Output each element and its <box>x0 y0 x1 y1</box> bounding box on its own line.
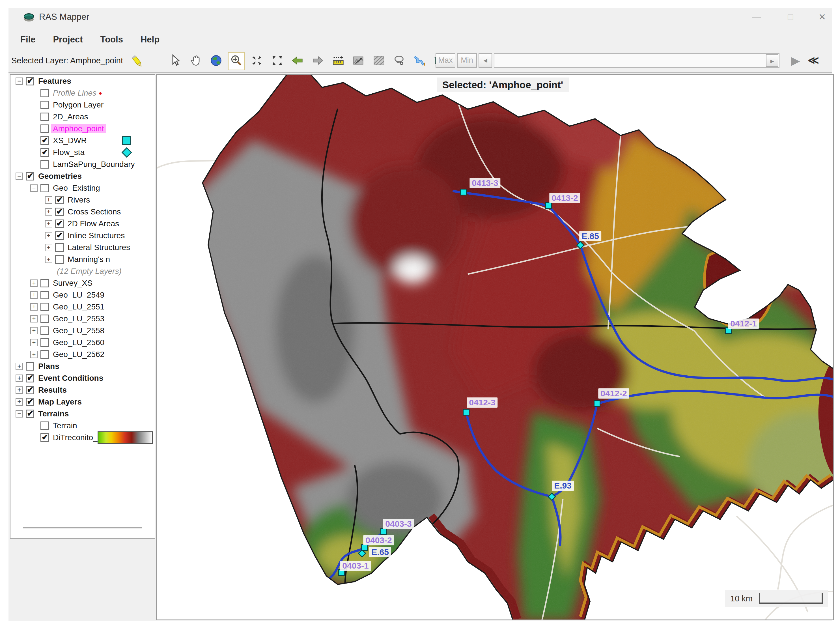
zoom-in-tool-button[interactable] <box>228 52 245 70</box>
checkbox-unchecked[interactable] <box>41 421 49 430</box>
tree-item-rivers[interactable]: +Rivers <box>11 194 155 206</box>
zoom-full-tool-button[interactable] <box>269 52 286 70</box>
tree-item-flow-sta[interactable]: Flow_sta <box>11 147 155 158</box>
expand-icon[interactable]: + <box>16 374 23 382</box>
checkbox-unchecked[interactable] <box>41 124 49 133</box>
tree-item-profile-lines[interactable]: Profile Lines● <box>11 87 155 99</box>
animation-step-back-button[interactable]: ◂ <box>479 53 492 68</box>
tree-item-map-layers[interactable]: +Map Layers <box>11 396 155 408</box>
xs-station-marker-0412-3[interactable] <box>463 409 469 416</box>
checkbox-checked[interactable] <box>41 148 49 157</box>
prev-extent-tool-button[interactable] <box>289 52 306 70</box>
tree-item-terrain[interactable]: Terrain <box>11 420 155 432</box>
tree-item--12-empty-layers-[interactable]: (12 Empty Layers) <box>11 265 155 277</box>
expand-icon[interactable]: + <box>16 398 23 405</box>
checkbox-checked[interactable] <box>41 434 49 442</box>
tree-item-geo-lu-2549[interactable]: +Geo_LU_2549 <box>11 289 155 301</box>
menu-project[interactable]: Project <box>46 32 89 49</box>
flow-station-marker-E.93[interactable] <box>547 493 556 501</box>
expand-icon[interactable]: + <box>45 220 52 227</box>
tree-item-polygon-layer[interactable]: Polygon Layer <box>11 99 155 111</box>
min-button[interactable]: Min <box>457 53 477 68</box>
animation-slider-thumb[interactable]: ▸ <box>766 54 778 67</box>
tree-item-lamsapung-boundary[interactable]: LamSaPung_Boundary <box>11 158 155 170</box>
animation-slider-track[interactable]: ▸ <box>494 53 779 68</box>
menu-tools[interactable]: Tools <box>94 32 130 49</box>
checkbox-checked[interactable] <box>55 208 64 216</box>
checkbox-checked[interactable] <box>55 232 64 240</box>
checkbox-unchecked[interactable] <box>41 101 49 109</box>
checkbox-checked[interactable] <box>26 410 34 418</box>
plot-terrain-tool-button[interactable] <box>350 52 367 70</box>
checkbox-checked[interactable] <box>26 374 34 382</box>
checkbox-unchecked[interactable] <box>41 113 49 121</box>
checkbox-unchecked[interactable] <box>41 326 49 335</box>
tree-item-lateral-structures[interactable]: +Lateral Structures <box>11 242 155 254</box>
checkbox-unchecked[interactable] <box>41 303 49 311</box>
panel-splitter[interactable] <box>23 527 142 528</box>
maximize-button[interactable]: □ <box>781 10 800 24</box>
checkbox-checked[interactable] <box>55 196 64 204</box>
checkbox-unchecked[interactable] <box>26 362 34 371</box>
expand-icon[interactable]: + <box>30 327 38 334</box>
tree-item-survey-xs[interactable]: +Survey_XS <box>11 277 155 289</box>
expand-icon[interactable]: + <box>16 363 23 370</box>
expand-icon[interactable]: + <box>30 339 38 346</box>
tree-item-xs-dwr[interactable]: XS_DWR <box>11 135 155 147</box>
tree-item-plans[interactable]: +Plans <box>11 360 155 372</box>
checkbox-unchecked[interactable] <box>55 243 64 252</box>
tree-item-event-conditions[interactable]: +Event Conditions <box>11 372 155 384</box>
checkbox-checked[interactable] <box>26 398 34 406</box>
checkbox-unchecked[interactable] <box>41 291 49 299</box>
tree-item-geo-existing[interactable]: −Geo_Existing <box>11 182 155 194</box>
expand-icon[interactable]: + <box>30 291 38 299</box>
checkbox-checked[interactable] <box>26 386 34 394</box>
expand-icon[interactable]: + <box>30 280 38 287</box>
checkbox-unchecked[interactable] <box>41 279 49 287</box>
tree-item-ditreconito-jr-i[interactable]: DiTreconito_Jr|i <box>11 432 155 444</box>
expand-icon[interactable]: + <box>45 232 52 239</box>
tree-item-geo-lu-2558[interactable]: +Geo_LU_2558 <box>11 325 155 336</box>
play-button[interactable]: ▶ <box>788 53 803 68</box>
tree-item-cross-sections[interactable]: +Cross Sections <box>11 206 155 218</box>
expand-icon[interactable]: + <box>45 256 52 263</box>
select-tool-button[interactable] <box>167 52 184 70</box>
tree-item-geo-lu-2553[interactable]: +Geo_LU_2553 <box>11 313 155 325</box>
expand-icon[interactable]: + <box>16 387 23 394</box>
checkbox-unchecked[interactable] <box>41 338 49 347</box>
max-button[interactable]: Max <box>436 53 455 68</box>
tree-item-geo-lu-2562[interactable]: +Geo_LU_2562 <box>11 349 155 360</box>
xs-station-marker-0413-2[interactable] <box>545 202 552 209</box>
expand-icon[interactable]: + <box>45 196 52 203</box>
tree-item-terrains[interactable]: −Terrains <box>11 408 155 420</box>
xs-station-marker-0412-2[interactable] <box>594 400 601 407</box>
tree-item-amphoe-point[interactable]: Amphoe_point <box>11 123 155 135</box>
menu-help[interactable]: Help <box>134 32 166 49</box>
collapse-icon[interactable]: − <box>16 78 23 85</box>
expand-icon[interactable]: + <box>30 351 38 358</box>
next-extent-tool-button[interactable] <box>310 52 326 70</box>
map-view[interactable]: Selected: 'Amphoe_point' 10 km 0413-3041… <box>156 74 834 620</box>
xs-station-marker-0413-3[interactable] <box>460 189 467 196</box>
expand-icon[interactable]: + <box>45 208 52 216</box>
checkbox-unchecked[interactable] <box>41 184 49 192</box>
menu-file[interactable]: File <box>14 32 42 49</box>
tree-item-features[interactable]: −Features <box>11 75 155 87</box>
checkbox-checked[interactable] <box>26 77 34 85</box>
expand-icon[interactable]: + <box>45 244 52 251</box>
collapse-icon[interactable]: − <box>16 172 23 180</box>
checkbox-checked[interactable] <box>41 136 49 145</box>
measure-tool-button[interactable] <box>330 52 347 70</box>
animation-speed-icon[interactable]: ≪ <box>806 53 821 68</box>
collapse-icon[interactable]: − <box>16 410 23 418</box>
checkbox-unchecked[interactable] <box>41 160 49 169</box>
checkbox-unchecked[interactable] <box>41 315 49 323</box>
tree-item-2d-flow-areas[interactable]: +2D Flow Areas <box>11 218 155 230</box>
tree-item-2d-areas[interactable]: 2D_Areas <box>11 111 155 123</box>
tree-item-geometries[interactable]: −Geometries <box>11 170 155 182</box>
edit-pencil-icon[interactable] <box>130 54 145 69</box>
expand-icon[interactable]: + <box>30 303 38 311</box>
minimize-button[interactable]: — <box>747 10 766 24</box>
checkbox-unchecked[interactable] <box>41 350 49 359</box>
lasso-tool-button[interactable] <box>391 52 408 70</box>
